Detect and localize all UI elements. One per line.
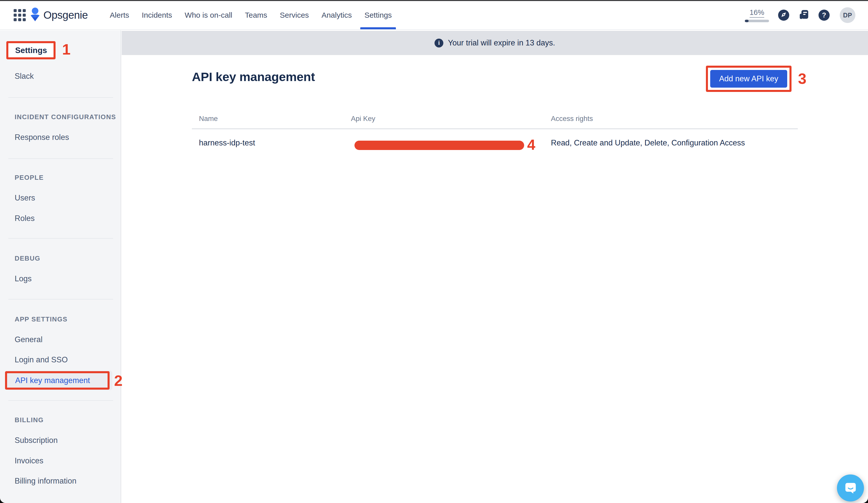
sidebar-item-logs[interactable]: Logs: [0, 274, 121, 284]
add-new-api-key-button[interactable]: Add new API key: [710, 70, 787, 88]
top-navigation-bar: Opsgenie Alerts Incidents Who is on-call…: [0, 1, 868, 30]
api-key-row-access-rights: Read, Create and Update, Delete, Configu…: [544, 129, 798, 152]
trial-usage-meter[interactable]: 16%: [745, 8, 769, 22]
annotation-box-3: Add new API key: [706, 66, 791, 92]
api-key-row-key: 4: [344, 129, 544, 152]
sidebar-item-login-and-sso[interactable]: Login and SSO: [0, 355, 121, 365]
trial-expiry-text: Your trial will expire in 13 days.: [448, 38, 555, 48]
trial-progress-fill: [745, 20, 748, 22]
sidebar-item-settings[interactable]: Settings: [15, 46, 47, 55]
nav-item-teams[interactable]: Teams: [239, 1, 273, 29]
column-header-access-rights: Access rights: [544, 115, 798, 129]
opsgenie-genie-icon: [30, 7, 40, 23]
sidebar-divider: [8, 158, 113, 159]
annotation-box-2: API key management: [5, 371, 112, 390]
window-top-edge: [0, 0, 868, 1]
user-avatar[interactable]: DP: [840, 7, 855, 23]
annotation-number-3: 3: [798, 71, 806, 86]
main-content: API key management Add new API key 3 Nam…: [122, 55, 868, 503]
annotation-number-1: 1: [62, 42, 71, 57]
compass-icon: [778, 9, 789, 21]
info-icon: i: [434, 39, 443, 48]
sidebar-divider: [8, 299, 113, 299]
sidebar-item-subscription[interactable]: Subscription: [0, 435, 121, 446]
nav-item-who-is-on-call[interactable]: Who is on-call: [178, 1, 239, 29]
api-keys-table: Name Api Key Access rights harness-idp-t…: [192, 115, 798, 152]
sidebar-item-general[interactable]: General: [0, 334, 121, 345]
sidebar-section-people: PEOPLE: [0, 174, 121, 182]
sidebar-item-billing-information[interactable]: Billing information: [0, 476, 121, 486]
column-header-api-key: Api Key: [344, 115, 544, 129]
sidebar-item-invoices[interactable]: Invoices: [0, 455, 121, 466]
release-notes-icon: [798, 9, 810, 21]
nav-item-services[interactable]: Services: [273, 1, 315, 29]
annotation-number-4: 4: [527, 137, 535, 152]
sidebar-item-roles[interactable]: Roles: [0, 213, 121, 224]
nav-item-analytics[interactable]: Analytics: [315, 1, 358, 29]
sidebar-section-billing: BILLING: [0, 416, 121, 424]
explore-compass-button[interactable]: [778, 10, 789, 21]
whats-new-button[interactable]: [798, 10, 809, 21]
trial-expiry-banner: i Your trial will expire in 13 days.: [122, 31, 868, 55]
sidebar-divider: [8, 400, 113, 401]
sidebar-divider: [8, 97, 113, 98]
nav-item-settings[interactable]: Settings: [358, 1, 398, 29]
sidebar-divider: [8, 238, 113, 239]
column-header-name: Name: [192, 115, 344, 129]
question-mark-icon: ?: [822, 11, 826, 19]
settings-sidebar: Settings Slack INCIDENT CONFIGURATIONS R…: [0, 30, 121, 503]
sidebar-section-incident-configurations: INCIDENT CONFIGURATIONS: [0, 113, 121, 121]
annotation-box-1: Settings: [6, 41, 55, 59]
opsgenie-logo[interactable]: Opsgenie: [30, 7, 88, 23]
sidebar-section-debug: DEBUG: [0, 254, 121, 263]
annotation-number-2: 2: [114, 373, 122, 388]
sidebar-item-users[interactable]: Users: [0, 193, 121, 203]
chat-bubble-icon: [844, 481, 857, 495]
help-button[interactable]: ?: [818, 10, 830, 21]
sidebar-item-response-roles[interactable]: Response roles: [0, 132, 121, 143]
sidebar-item-api-key-management[interactable]: API key management: [5, 371, 112, 390]
sidebar-item-slack[interactable]: Slack: [0, 71, 121, 82]
trial-progress-bar: [745, 20, 769, 22]
nav-item-incidents[interactable]: Incidents: [135, 1, 178, 29]
nav-right-group: 16%: [745, 1, 855, 29]
nav-item-alerts[interactable]: Alerts: [104, 1, 136, 29]
chat-launcher-button[interactable]: [837, 474, 864, 502]
primary-nav: Alerts Incidents Who is on-call Teams Se…: [104, 1, 398, 29]
sidebar-section-app-settings: APP SETTINGS: [0, 315, 121, 323]
app-window: Opsgenie Alerts Incidents Who is on-call…: [0, 0, 868, 503]
trial-percent-label: 16%: [750, 8, 764, 18]
add-api-key-group: Add new API key 3: [706, 66, 806, 92]
api-key-row-name: harness-idp-test: [192, 129, 344, 152]
api-key-redaction-bar: [354, 141, 524, 150]
logo-wordmark: Opsgenie: [43, 9, 88, 21]
app-switcher-icon[interactable]: [14, 9, 26, 21]
nav-left-group: Opsgenie Alerts Incidents Who is on-call…: [14, 1, 398, 29]
